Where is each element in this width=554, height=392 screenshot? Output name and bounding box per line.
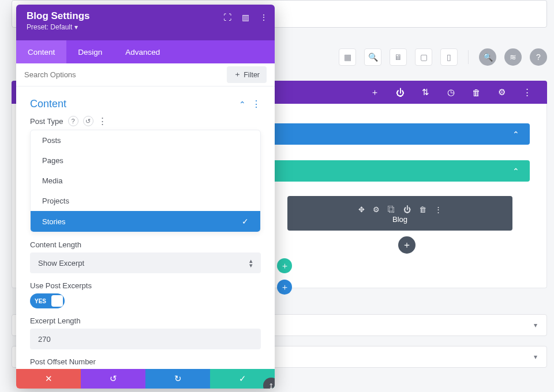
gear-icon[interactable]: ⚙ xyxy=(373,205,380,214)
section-sliders-icon[interactable]: ⇅ xyxy=(420,87,431,97)
zoom-icon[interactable]: 🔍 xyxy=(479,48,496,66)
collapse-group-icon[interactable]: ⌃ xyxy=(239,100,246,109)
option-label: Posts xyxy=(42,136,61,145)
content-length-select[interactable]: Show Excerpt ▴▾ xyxy=(30,252,261,273)
select-stepper-icon: ▴▾ xyxy=(249,258,253,267)
more-icon[interactable]: ⋮ xyxy=(260,13,268,22)
columns-icon[interactable]: ▥ xyxy=(242,13,249,22)
field-more-icon[interactable]: ⋮ xyxy=(98,116,107,126)
excerpt-length-input[interactable] xyxy=(30,329,261,349)
module-card-label: Blog xyxy=(392,215,407,224)
use-post-excerpts-label: Use Post Excerpts xyxy=(30,281,261,290)
post-type-option[interactable]: Projects xyxy=(31,191,260,211)
section-history-icon[interactable]: ◷ xyxy=(446,87,456,97)
filter-button[interactable]: ＋ Filter xyxy=(227,66,267,83)
search-icon[interactable]: 🔍 xyxy=(364,48,381,66)
post-type-label: Post Type xyxy=(30,117,63,126)
chevron-up-icon[interactable]: ⌃ xyxy=(512,130,519,139)
help-icon[interactable]: ? xyxy=(530,48,547,66)
reset-icon[interactable]: ↺ xyxy=(83,116,93,126)
modal-body: Content ⌃ ⋮ Post Type ? ↺ ⋮ Posts Pages … xyxy=(16,86,275,389)
post-type-option[interactable]: Media xyxy=(31,171,260,191)
content-length-label: Content Length xyxy=(30,240,261,249)
module-card-blog[interactable]: ✥ ⚙ ⿻ ⏻ 🗑 ⋮ Blog xyxy=(287,196,512,231)
group-title: Content xyxy=(30,98,66,110)
section-more-icon[interactable]: ⋮ xyxy=(522,87,532,97)
add-module-button[interactable]: ＋ xyxy=(398,236,415,254)
modal-preset[interactable]: Preset: Default ▾ xyxy=(27,23,264,31)
post-type-option[interactable]: Posts xyxy=(31,130,260,150)
module-icon-row: ✥ ⚙ ⿻ ⏻ 🗑 ⋮ xyxy=(358,205,442,214)
option-label: Projects xyxy=(42,197,69,205)
group-header: Content ⌃ ⋮ xyxy=(30,98,261,110)
chevron-up-icon[interactable]: ⌃ xyxy=(512,167,519,176)
help-icon[interactable]: ? xyxy=(68,116,78,126)
use-post-excerpts-toggle[interactable]: YES xyxy=(30,293,65,308)
tablet-icon[interactable]: ▢ xyxy=(415,48,432,66)
phone-icon[interactable]: ▯ xyxy=(440,48,458,66)
snap-icon[interactable]: ⛶ xyxy=(223,13,231,22)
tab-design[interactable]: Design xyxy=(66,40,114,63)
option-label: Stories xyxy=(42,217,65,226)
modal-action-bar: ✕ ↺ ↻ ✓ xyxy=(16,369,275,389)
power-icon[interactable]: ⏻ xyxy=(403,205,411,214)
tab-advanced[interactable]: Advanced xyxy=(114,40,171,63)
add-section-button[interactable]: ＋ xyxy=(277,280,292,295)
undo-button[interactable]: ↺ xyxy=(81,369,145,389)
toggle-value: YES xyxy=(35,298,46,304)
layers-icon[interactable]: ≋ xyxy=(504,48,522,66)
post-type-dropdown: Posts Pages Media Projects Stories ✓ xyxy=(30,130,261,232)
filter-button-label: Filter xyxy=(244,71,260,79)
cancel-button[interactable]: ✕ xyxy=(16,369,81,389)
move-icon[interactable]: ✥ xyxy=(358,205,365,214)
post-offset-label: Post Offset Number xyxy=(30,357,261,366)
option-label: Media xyxy=(42,176,62,185)
check-icon: ✓ xyxy=(242,217,249,226)
toggle-knob xyxy=(51,295,63,307)
layout-icon[interactable]: ▦ xyxy=(339,48,356,66)
search-input[interactable] xyxy=(24,70,227,79)
section-add-icon[interactable]: ＋ xyxy=(369,87,380,98)
tab-content[interactable]: Content xyxy=(16,40,66,63)
search-row: ＋ Filter xyxy=(16,63,275,86)
plus-icon: ＋ xyxy=(234,70,241,80)
redo-button[interactable]: ↻ xyxy=(145,369,210,389)
section-trash-icon[interactable]: 🗑 xyxy=(471,88,481,97)
option-label: Pages xyxy=(42,156,63,165)
add-row-button[interactable]: ＋ xyxy=(277,258,292,273)
post-type-option-selected[interactable]: Stories ✓ xyxy=(31,211,260,232)
section-gear-icon[interactable]: ⚙ xyxy=(496,87,507,97)
group-more-icon[interactable]: ⋮ xyxy=(252,99,261,110)
excerpt-length-label: Excerpt Length xyxy=(30,316,261,325)
post-type-label-row: Post Type ? ↺ ⋮ xyxy=(30,116,261,126)
modal-header: Blog Settings Preset: Default ▾ ⛶ ▥ ⋮ xyxy=(16,5,275,40)
desktop-icon[interactable]: 🖥 xyxy=(390,48,407,66)
content-length-value: Show Excerpt xyxy=(38,259,84,267)
duplicate-icon[interactable]: ⿻ xyxy=(388,205,395,214)
more-icon[interactable]: ⋮ xyxy=(435,205,442,214)
trash-icon[interactable]: 🗑 xyxy=(419,205,426,214)
toolbar-divider xyxy=(468,50,469,64)
modal-tabs: Content Design Advanced xyxy=(16,40,275,63)
section-power-icon[interactable]: ⏻ xyxy=(395,88,405,97)
post-type-option[interactable]: Pages xyxy=(31,150,260,171)
blog-settings-modal: Blog Settings Preset: Default ▾ ⛶ ▥ ⋮ Co… xyxy=(16,5,275,389)
